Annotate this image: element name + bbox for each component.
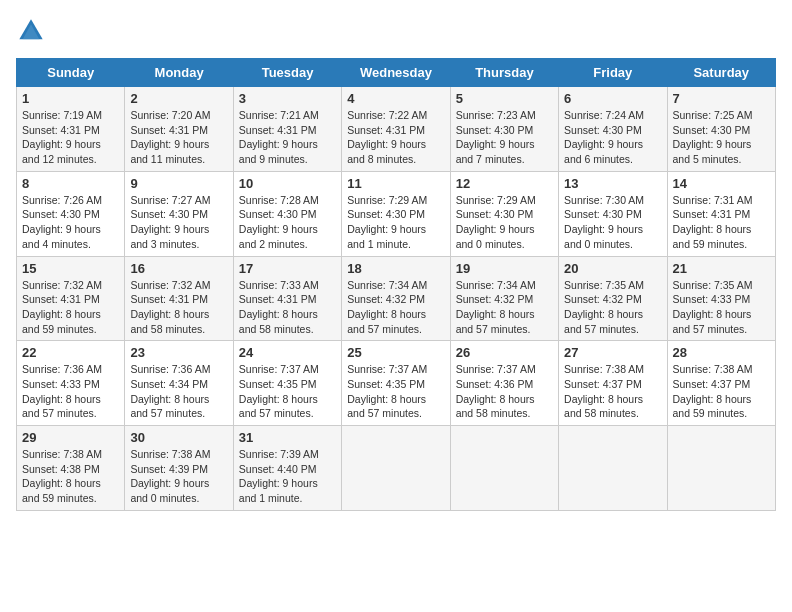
day-number: 30 bbox=[130, 430, 227, 445]
calendar-cell bbox=[342, 426, 450, 511]
day-info: Sunrise: 7:35 AMSunset: 4:33 PMDaylight:… bbox=[673, 278, 770, 337]
calendar-cell: 4 Sunrise: 7:22 AMSunset: 4:31 PMDayligh… bbox=[342, 87, 450, 172]
day-info: Sunrise: 7:25 AMSunset: 4:30 PMDaylight:… bbox=[673, 108, 770, 167]
day-info: Sunrise: 7:20 AMSunset: 4:31 PMDaylight:… bbox=[130, 108, 227, 167]
day-info: Sunrise: 7:21 AMSunset: 4:31 PMDaylight:… bbox=[239, 108, 336, 167]
day-number: 19 bbox=[456, 261, 553, 276]
day-info: Sunrise: 7:29 AMSunset: 4:30 PMDaylight:… bbox=[456, 193, 553, 252]
day-header-thursday: Thursday bbox=[450, 59, 558, 87]
calendar-body: 1 Sunrise: 7:19 AMSunset: 4:31 PMDayligh… bbox=[17, 87, 776, 511]
day-header-monday: Monday bbox=[125, 59, 233, 87]
day-number: 28 bbox=[673, 345, 770, 360]
day-info: Sunrise: 7:35 AMSunset: 4:32 PMDaylight:… bbox=[564, 278, 661, 337]
day-info: Sunrise: 7:26 AMSunset: 4:30 PMDaylight:… bbox=[22, 193, 119, 252]
calendar-cell: 16 Sunrise: 7:32 AMSunset: 4:31 PMDaylig… bbox=[125, 256, 233, 341]
calendar-cell: 20 Sunrise: 7:35 AMSunset: 4:32 PMDaylig… bbox=[559, 256, 667, 341]
day-number: 15 bbox=[22, 261, 119, 276]
calendar-cell: 23 Sunrise: 7:36 AMSunset: 4:34 PMDaylig… bbox=[125, 341, 233, 426]
day-info: Sunrise: 7:32 AMSunset: 4:31 PMDaylight:… bbox=[130, 278, 227, 337]
calendar-cell: 25 Sunrise: 7:37 AMSunset: 4:35 PMDaylig… bbox=[342, 341, 450, 426]
day-info: Sunrise: 7:37 AMSunset: 4:35 PMDaylight:… bbox=[347, 362, 444, 421]
day-info: Sunrise: 7:34 AMSunset: 4:32 PMDaylight:… bbox=[456, 278, 553, 337]
day-info: Sunrise: 7:28 AMSunset: 4:30 PMDaylight:… bbox=[239, 193, 336, 252]
day-number: 11 bbox=[347, 176, 444, 191]
calendar-cell bbox=[667, 426, 775, 511]
day-number: 21 bbox=[673, 261, 770, 276]
calendar-week-1: 1 Sunrise: 7:19 AMSunset: 4:31 PMDayligh… bbox=[17, 87, 776, 172]
day-number: 13 bbox=[564, 176, 661, 191]
calendar-cell: 30 Sunrise: 7:38 AMSunset: 4:39 PMDaylig… bbox=[125, 426, 233, 511]
day-info: Sunrise: 7:34 AMSunset: 4:32 PMDaylight:… bbox=[347, 278, 444, 337]
calendar-cell: 27 Sunrise: 7:38 AMSunset: 4:37 PMDaylig… bbox=[559, 341, 667, 426]
day-info: Sunrise: 7:30 AMSunset: 4:30 PMDaylight:… bbox=[564, 193, 661, 252]
calendar-cell: 9 Sunrise: 7:27 AMSunset: 4:30 PMDayligh… bbox=[125, 171, 233, 256]
calendar-week-4: 22 Sunrise: 7:36 AMSunset: 4:33 PMDaylig… bbox=[17, 341, 776, 426]
day-header-wednesday: Wednesday bbox=[342, 59, 450, 87]
calendar-cell: 6 Sunrise: 7:24 AMSunset: 4:30 PMDayligh… bbox=[559, 87, 667, 172]
calendar-cell: 7 Sunrise: 7:25 AMSunset: 4:30 PMDayligh… bbox=[667, 87, 775, 172]
day-number: 22 bbox=[22, 345, 119, 360]
day-number: 10 bbox=[239, 176, 336, 191]
day-number: 25 bbox=[347, 345, 444, 360]
day-info: Sunrise: 7:38 AMSunset: 4:37 PMDaylight:… bbox=[673, 362, 770, 421]
page-header bbox=[16, 16, 776, 46]
day-number: 12 bbox=[456, 176, 553, 191]
day-number: 7 bbox=[673, 91, 770, 106]
day-number: 9 bbox=[130, 176, 227, 191]
day-info: Sunrise: 7:36 AMSunset: 4:34 PMDaylight:… bbox=[130, 362, 227, 421]
days-header-row: SundayMondayTuesdayWednesdayThursdayFrid… bbox=[17, 59, 776, 87]
day-number: 6 bbox=[564, 91, 661, 106]
day-info: Sunrise: 7:39 AMSunset: 4:40 PMDaylight:… bbox=[239, 447, 336, 506]
calendar-cell bbox=[450, 426, 558, 511]
day-info: Sunrise: 7:19 AMSunset: 4:31 PMDaylight:… bbox=[22, 108, 119, 167]
day-header-friday: Friday bbox=[559, 59, 667, 87]
day-number: 24 bbox=[239, 345, 336, 360]
calendar-cell: 24 Sunrise: 7:37 AMSunset: 4:35 PMDaylig… bbox=[233, 341, 341, 426]
day-info: Sunrise: 7:37 AMSunset: 4:36 PMDaylight:… bbox=[456, 362, 553, 421]
day-number: 14 bbox=[673, 176, 770, 191]
day-number: 18 bbox=[347, 261, 444, 276]
calendar-week-2: 8 Sunrise: 7:26 AMSunset: 4:30 PMDayligh… bbox=[17, 171, 776, 256]
logo bbox=[16, 16, 50, 46]
day-number: 26 bbox=[456, 345, 553, 360]
day-info: Sunrise: 7:22 AMSunset: 4:31 PMDaylight:… bbox=[347, 108, 444, 167]
day-info: Sunrise: 7:33 AMSunset: 4:31 PMDaylight:… bbox=[239, 278, 336, 337]
calendar-week-3: 15 Sunrise: 7:32 AMSunset: 4:31 PMDaylig… bbox=[17, 256, 776, 341]
day-number: 20 bbox=[564, 261, 661, 276]
day-number: 23 bbox=[130, 345, 227, 360]
day-info: Sunrise: 7:32 AMSunset: 4:31 PMDaylight:… bbox=[22, 278, 119, 337]
day-number: 1 bbox=[22, 91, 119, 106]
calendar-cell bbox=[559, 426, 667, 511]
day-number: 8 bbox=[22, 176, 119, 191]
day-info: Sunrise: 7:37 AMSunset: 4:35 PMDaylight:… bbox=[239, 362, 336, 421]
calendar-cell: 19 Sunrise: 7:34 AMSunset: 4:32 PMDaylig… bbox=[450, 256, 558, 341]
day-number: 16 bbox=[130, 261, 227, 276]
calendar-cell: 21 Sunrise: 7:35 AMSunset: 4:33 PMDaylig… bbox=[667, 256, 775, 341]
calendar-week-5: 29 Sunrise: 7:38 AMSunset: 4:38 PMDaylig… bbox=[17, 426, 776, 511]
day-number: 5 bbox=[456, 91, 553, 106]
day-info: Sunrise: 7:23 AMSunset: 4:30 PMDaylight:… bbox=[456, 108, 553, 167]
day-info: Sunrise: 7:29 AMSunset: 4:30 PMDaylight:… bbox=[347, 193, 444, 252]
day-header-saturday: Saturday bbox=[667, 59, 775, 87]
day-number: 27 bbox=[564, 345, 661, 360]
calendar-cell: 11 Sunrise: 7:29 AMSunset: 4:30 PMDaylig… bbox=[342, 171, 450, 256]
calendar-cell: 5 Sunrise: 7:23 AMSunset: 4:30 PMDayligh… bbox=[450, 87, 558, 172]
calendar-cell: 18 Sunrise: 7:34 AMSunset: 4:32 PMDaylig… bbox=[342, 256, 450, 341]
day-number: 17 bbox=[239, 261, 336, 276]
day-number: 3 bbox=[239, 91, 336, 106]
day-number: 2 bbox=[130, 91, 227, 106]
calendar-cell: 10 Sunrise: 7:28 AMSunset: 4:30 PMDaylig… bbox=[233, 171, 341, 256]
calendar-cell: 17 Sunrise: 7:33 AMSunset: 4:31 PMDaylig… bbox=[233, 256, 341, 341]
day-info: Sunrise: 7:27 AMSunset: 4:30 PMDaylight:… bbox=[130, 193, 227, 252]
day-header-sunday: Sunday bbox=[17, 59, 125, 87]
day-info: Sunrise: 7:24 AMSunset: 4:30 PMDaylight:… bbox=[564, 108, 661, 167]
calendar-cell: 22 Sunrise: 7:36 AMSunset: 4:33 PMDaylig… bbox=[17, 341, 125, 426]
calendar-cell: 14 Sunrise: 7:31 AMSunset: 4:31 PMDaylig… bbox=[667, 171, 775, 256]
day-info: Sunrise: 7:36 AMSunset: 4:33 PMDaylight:… bbox=[22, 362, 119, 421]
day-number: 31 bbox=[239, 430, 336, 445]
calendar-cell: 28 Sunrise: 7:38 AMSunset: 4:37 PMDaylig… bbox=[667, 341, 775, 426]
calendar-cell: 29 Sunrise: 7:38 AMSunset: 4:38 PMDaylig… bbox=[17, 426, 125, 511]
calendar-cell: 15 Sunrise: 7:32 AMSunset: 4:31 PMDaylig… bbox=[17, 256, 125, 341]
calendar-cell: 26 Sunrise: 7:37 AMSunset: 4:36 PMDaylig… bbox=[450, 341, 558, 426]
calendar-cell: 13 Sunrise: 7:30 AMSunset: 4:30 PMDaylig… bbox=[559, 171, 667, 256]
